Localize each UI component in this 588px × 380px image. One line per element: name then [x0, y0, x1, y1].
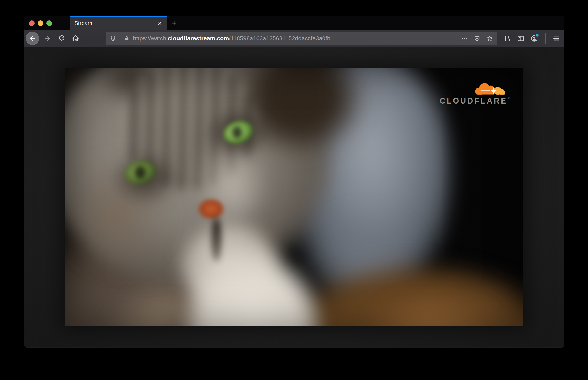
browser-window: Stream	[24, 16, 564, 347]
cat-mouth-shadow	[211, 218, 221, 261]
tracking-shield-icon[interactable]	[110, 35, 116, 42]
url-domain: cloudflarestream.com	[168, 35, 229, 42]
cloudflare-trademark: ®	[508, 97, 510, 100]
page-content: CLOUDFLARE ®	[24, 47, 564, 347]
cloudflare-logo: CLOUDFLARE ®	[440, 79, 510, 105]
cat-right-eye-pupil	[232, 126, 242, 138]
new-tab-icon	[171, 20, 177, 26]
window-controls	[29, 16, 52, 30]
cloudflare-wordmark: CLOUDFLARE ®	[440, 97, 510, 105]
close-tab-icon[interactable]	[157, 20, 163, 26]
library-icon[interactable]	[504, 35, 511, 42]
lock-icon[interactable]	[124, 35, 130, 42]
zoom-window-button[interactable]	[47, 20, 52, 26]
page-actions-ellipsis-icon[interactable]	[461, 35, 468, 42]
menu-button[interactable]	[553, 35, 560, 42]
forward-button[interactable]	[42, 33, 53, 44]
menu-icon	[553, 35, 560, 42]
screen: Stream	[0, 0, 588, 380]
url-path: /118598a163a125631152ddaccfe3a0fb	[229, 35, 330, 42]
home-icon	[72, 34, 80, 42]
account-notification-dot	[535, 33, 539, 37]
cat-nose	[198, 199, 224, 219]
cat-left-eye-pupil	[135, 166, 146, 179]
reload-button[interactable]	[56, 33, 67, 44]
url-text: https://watch.cloudflarestream.com/11859…	[133, 35, 459, 42]
tab-bar: Stream	[24, 16, 564, 30]
close-window-button[interactable]	[29, 20, 35, 26]
back-button[interactable]	[26, 32, 39, 45]
cloudflare-cloud-icon	[472, 79, 509, 96]
navigation-toolbar: https://watch.cloudflarestream.com/11859…	[24, 30, 564, 47]
video-player[interactable]: CLOUDFLARE ®	[65, 68, 523, 326]
nav-buttons	[26, 32, 81, 45]
pocket-icon[interactable]	[474, 35, 481, 42]
page-action-buttons	[461, 35, 493, 42]
new-tab-button[interactable]	[168, 16, 180, 30]
reload-icon	[58, 35, 66, 42]
toolbar-right-buttons	[504, 33, 560, 44]
tab-stream[interactable]: Stream	[70, 16, 167, 30]
forward-icon	[44, 35, 51, 42]
urlbar-separator	[120, 35, 120, 42]
sidebar-icon[interactable]	[517, 35, 525, 42]
bookmark-star-icon[interactable]	[486, 35, 493, 42]
tab-title: Stream	[74, 20, 157, 26]
minimize-window-button[interactable]	[38, 20, 43, 26]
back-icon	[29, 35, 36, 42]
account-button[interactable]	[530, 34, 538, 42]
home-button[interactable]	[70, 33, 81, 44]
toolbar-separator	[545, 33, 546, 44]
url-scheme-subdomain: https://watch.	[133, 35, 168, 42]
cloudflare-wordmark-text: CLOUDFLARE	[440, 97, 507, 105]
url-bar[interactable]: https://watch.cloudflarestream.com/11859…	[105, 32, 497, 45]
